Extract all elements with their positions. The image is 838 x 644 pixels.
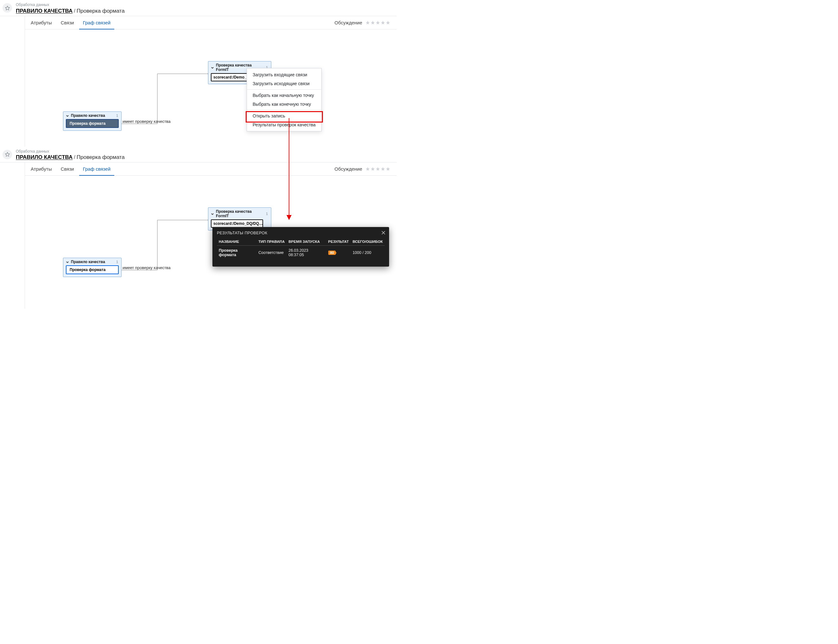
results-popover: РЕЗУЛЬТАТЫ ПРОВЕРОК НАЗВАНИЕ ТИП ПРАВИЛА…	[212, 227, 389, 266]
chevron-down-icon[interactable]	[211, 66, 214, 69]
chevron-down-icon[interactable]	[66, 260, 69, 263]
breadcrumb-entity-link[interactable]: ПРАВИЛО КАЧЕСТВА	[16, 154, 72, 160]
star-icon	[381, 20, 385, 25]
result-badge: 80	[328, 250, 337, 255]
tab-links[interactable]: Связи	[56, 16, 79, 29]
svg-marker-8	[371, 167, 375, 171]
svg-marker-0	[5, 6, 9, 10]
close-button[interactable]	[381, 230, 386, 235]
tab-graph[interactable]: Граф связей	[79, 163, 115, 176]
star-icon	[370, 20, 375, 25]
chevron-down-icon[interactable]	[211, 212, 214, 215]
tab-links[interactable]: Связи	[56, 163, 79, 176]
graph-node-check[interactable]: scorecard:/Demo_DQ/DQ…	[211, 219, 263, 228]
svg-marker-9	[376, 167, 380, 171]
svg-marker-4	[381, 21, 385, 24]
col-total: ВСЕГО/ОШИБОК	[351, 238, 384, 246]
graph-canvas[interactable]: Правило качества 1 Проверка формата имее…	[25, 176, 397, 309]
breadcrumb-row: Обработка данных ПРАВИЛО КАЧЕСТВА/Провер…	[0, 0, 397, 16]
graph-canvas[interactable]: Правило качества 1 Проверка формата имее…	[25, 30, 397, 146]
svg-marker-15	[286, 215, 292, 220]
breadcrumb-category: Обработка данных	[16, 149, 125, 154]
cell-time: 26.03.2023 08:37:05	[286, 246, 326, 260]
favorite-button[interactable]	[3, 3, 12, 13]
edge-label: имеет проверку качества	[123, 119, 171, 124]
star-icon	[5, 152, 10, 157]
svg-marker-1	[366, 21, 370, 24]
results-table: НАЗВАНИЕ ТИП ПРАВИЛА ВРЕМЯ ЗАПУСКА РЕЗУЛ…	[217, 238, 384, 260]
col-name: НАЗВАНИЕ	[217, 238, 256, 246]
star-icon	[375, 166, 380, 171]
breadcrumb-name: Проверка формата	[77, 154, 125, 160]
annotation-arrow	[283, 118, 296, 226]
menu-item-load-outgoing[interactable]: Загрузить исходящие связи	[247, 79, 321, 88]
menu-item-load-incoming[interactable]: Загрузить входящие связи	[247, 70, 321, 79]
breadcrumb-entity-link[interactable]: ПРАВИЛО КАЧЕСТВА	[16, 8, 72, 14]
graph-block-rule[interactable]: Правило качества 1 Проверка формата	[63, 112, 122, 131]
favorite-button[interactable]	[3, 150, 12, 159]
cell-type: Соответствие	[256, 246, 286, 260]
col-time: ВРЕМЯ ЗАПУСКА	[286, 238, 326, 246]
tab-graph[interactable]: Граф связей	[79, 16, 115, 29]
graph-block-title: Правило качества	[71, 113, 105, 118]
breadcrumb-row: Обработка данных ПРАВИЛО КАЧЕСТВА/Провер…	[0, 146, 397, 163]
svg-marker-5	[386, 21, 390, 24]
graph-block-title: Правило качества	[71, 260, 105, 264]
svg-marker-11	[386, 167, 390, 171]
star-icon	[381, 166, 385, 171]
rating-stars[interactable]	[365, 166, 391, 171]
tab-discuss[interactable]: Обсуждение	[335, 20, 365, 25]
menu-item-select-end[interactable]: Выбрать как конечную точку	[247, 100, 321, 108]
svg-marker-7	[366, 167, 370, 171]
chevron-down-icon[interactable]	[66, 114, 69, 117]
tab-bar: Атрибуты Связи Граф связей Обсуждение	[25, 16, 397, 30]
star-icon	[365, 166, 370, 171]
breadcrumb-category: Обработка данных	[16, 3, 125, 8]
close-icon	[381, 230, 386, 235]
menu-item-select-start[interactable]: Выбрать как начальную точку	[247, 91, 321, 100]
graph-block-count: 1	[265, 212, 268, 215]
table-row[interactable]: Проверка формата Соответствие 26.03.2023…	[217, 246, 384, 260]
graph-node-rule[interactable]: Проверка формата	[66, 119, 119, 128]
tab-bar: Атрибуты Связи Граф связей Обсуждение	[25, 163, 397, 176]
graph-edge	[120, 220, 209, 270]
svg-marker-2	[371, 21, 375, 24]
graph-edge	[120, 74, 209, 124]
star-icon	[370, 166, 375, 171]
graph-block-count: 1	[115, 260, 119, 264]
cell-total: 1000 / 200	[351, 246, 384, 260]
star-icon	[386, 20, 390, 25]
cell-result: 80	[326, 246, 351, 260]
tab-attributes[interactable]: Атрибуты	[26, 16, 56, 29]
cell-name: Проверка формата	[217, 246, 256, 260]
svg-marker-3	[376, 21, 380, 24]
col-type: ТИП ПРАВИЛА	[256, 238, 286, 246]
graph-block-count: 1	[115, 114, 119, 117]
graph-block-rule[interactable]: Правило качества 1 Проверка формата	[63, 258, 122, 277]
svg-marker-10	[381, 167, 385, 171]
star-icon	[386, 166, 390, 171]
star-icon	[375, 20, 380, 25]
tab-discuss[interactable]: Обсуждение	[335, 166, 365, 172]
star-icon	[365, 20, 370, 25]
results-title: РЕЗУЛЬТАТЫ ПРОВЕРОК	[217, 231, 384, 235]
tab-attributes[interactable]: Атрибуты	[26, 163, 56, 176]
svg-marker-6	[5, 152, 9, 156]
graph-block-title: Проверка качества FormIT	[216, 209, 263, 218]
breadcrumb-name: Проверка формата	[77, 8, 125, 14]
graph-node-rule[interactable]: Проверка формата	[66, 265, 119, 274]
col-result: РЕЗУЛЬТАТ	[326, 238, 351, 246]
rating-stars[interactable]	[365, 20, 391, 25]
star-icon	[5, 5, 10, 11]
edge-label: имеет проверку качества	[123, 265, 171, 270]
menu-separator	[247, 89, 321, 90]
